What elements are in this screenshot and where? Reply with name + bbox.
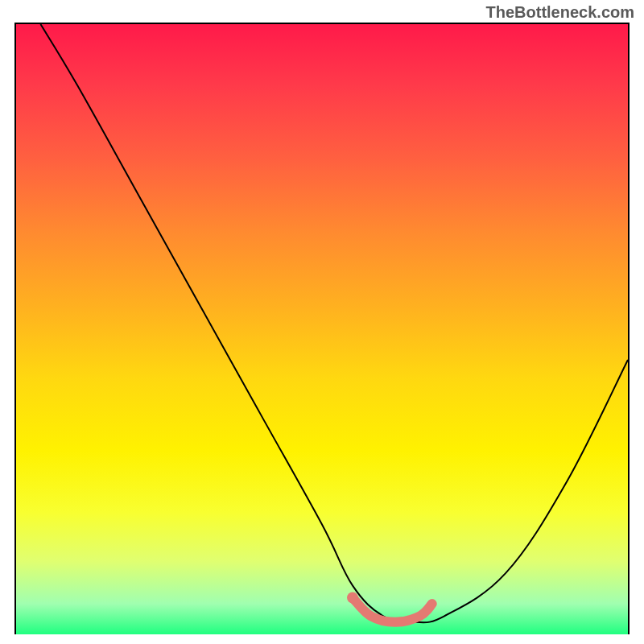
highlight-dot	[347, 592, 358, 604]
chart-frame	[14, 23, 630, 634]
watermark-text: TheBottleneck.com	[486, 3, 634, 22]
curve-line	[40, 24, 628, 622]
chart-svg	[16, 24, 628, 634]
